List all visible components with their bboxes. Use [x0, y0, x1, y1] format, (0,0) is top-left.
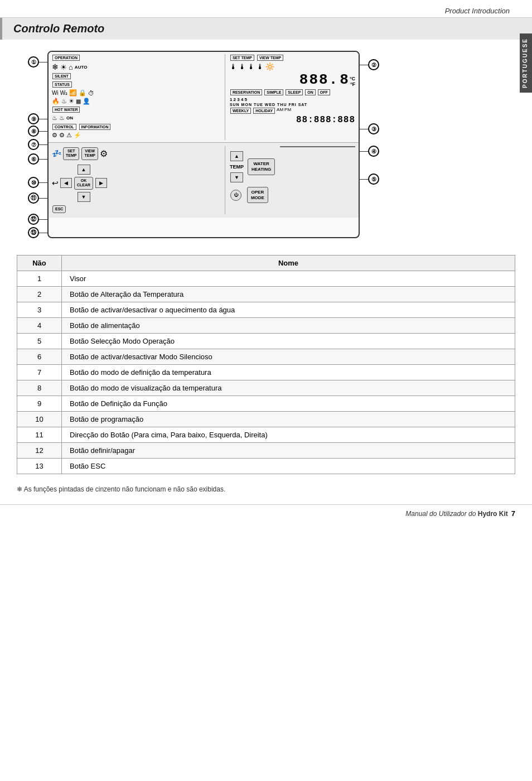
indicator-line: [280, 146, 355, 147]
on-label: ON: [66, 115, 73, 120]
annot-13: ⑬: [28, 227, 47, 238]
table-row-name: Botão de Alteração da Temperatura: [62, 287, 515, 302]
ok-clear-btn[interactable]: OK CLEAR: [74, 177, 93, 190]
num-badge-3: ③: [368, 123, 379, 134]
table-row-num: 3: [17, 302, 62, 318]
timer-icon: ⏱: [88, 90, 94, 97]
btn-row-3: ESC: [52, 205, 221, 214]
oper-mode-btn[interactable]: OPER MODE: [247, 187, 268, 203]
section-title: Controlo Remoto: [13, 22, 104, 35]
simple-label: SIMPLE: [264, 89, 283, 95]
table-row-name: Botão definir/apagar: [62, 443, 515, 459]
table-row-name: Botão de activar/desactivar o aqueciment…: [62, 302, 515, 318]
annot-9: ⑨: [28, 113, 47, 124]
page-header: Product Introduction: [0, 0, 532, 18]
temp-down-btn[interactable]: ▼: [230, 172, 243, 182]
settings2-icon: ⚙: [59, 132, 65, 139]
sun-icon: ☀: [60, 63, 67, 71]
left-annotations: ① ⑨ ⑧ ⑦ ⑥: [17, 51, 47, 238]
num-badge-9: ⑨: [28, 113, 39, 124]
table-row-name: Botão de programação: [62, 412, 515, 427]
hotwater1-icon: ♨: [52, 114, 57, 122]
btn-row-2: ↩ ▲ ◀ OK CLEAR ▶ ▼: [52, 164, 221, 203]
alert-icon: ⚡: [74, 132, 81, 139]
temp-icons: 🌡 🌡 🌡 🌡 🔆: [230, 62, 355, 71]
num-badge-10: ⑩: [28, 177, 39, 188]
set-temp-label: SET TEMP: [230, 55, 254, 61]
water-heating-row: ▲ TEMP ▼ WATER HEATING: [230, 151, 355, 183]
table-row-num: 9: [17, 396, 62, 412]
table-row-name: Botão do modo de visualização da tempera…: [62, 380, 515, 396]
control-icons: ⚙ ⚙ ⚠ ⚡: [52, 132, 221, 139]
sleep-icon: 💤: [52, 149, 61, 158]
num-badge-1: ①: [28, 56, 39, 68]
annot-7: ⑦: [28, 139, 47, 150]
table-row-num: 5: [17, 334, 62, 349]
down-btn[interactable]: ▼: [78, 192, 90, 202]
lock-icon: 🔒: [79, 89, 86, 97]
annot-12: ⑫: [28, 214, 47, 225]
right-btn[interactable]: ▶: [95, 178, 107, 188]
temp2-icon: 🌡: [239, 62, 246, 71]
table-row-num: 12: [17, 443, 62, 459]
temp1-icon: 🌡: [230, 62, 237, 71]
up-btn[interactable]: ▲: [78, 165, 90, 175]
num-badge-5: ⑤: [368, 173, 379, 185]
temp4-icon: 🌡: [257, 62, 264, 71]
remote-control-drawing: OPERATION ❄ ☀ ⌂ AUTO SILENT S: [47, 51, 360, 238]
status-label: STATUS: [52, 81, 72, 88]
grid-icon: ▦: [76, 98, 81, 104]
am-label: AM: [277, 107, 283, 114]
table-row-name: Botão ESC: [62, 459, 515, 474]
person-icon: 👤: [83, 98, 90, 105]
left-btn[interactable]: ◀: [60, 178, 72, 188]
table-header-name: Nome: [62, 255, 515, 271]
power-btn[interactable]: ⏻: [230, 190, 241, 201]
snowflake-icon: ❄: [52, 62, 59, 71]
annot-11: ⑪: [28, 192, 47, 204]
num-badge-6: ⑥: [28, 153, 39, 165]
lcd-decimal: 8: [340, 73, 349, 87]
annot-6: ⑥: [28, 153, 47, 165]
table-row-num: 13: [17, 459, 62, 474]
status-icons-row: Wi W₂ 📶 🔒 ⏱: [52, 89, 221, 97]
esc-btn[interactable]: ESC: [52, 205, 66, 213]
days-row: SUN MON TUE WED THU FRI SAT: [230, 103, 355, 107]
gear-btn-icon[interactable]: ⚙: [100, 148, 108, 159]
page-number: 7: [511, 509, 515, 518]
antenna-icon: 📶: [69, 89, 77, 97]
information-label: INFORMATION: [79, 124, 111, 130]
table-row-num: 6: [17, 349, 62, 365]
annot-5: ⑤: [360, 173, 379, 185]
wifi1-icon: Wi: [52, 90, 59, 96]
temp-up-btn[interactable]: ▲: [230, 151, 243, 161]
heater-icon: ♨: [61, 98, 67, 105]
right-annotations: ② ③ ④ ⑤: [360, 51, 388, 238]
num-badge-7: ⑦: [28, 139, 39, 150]
num-badge-8: ⑧: [28, 126, 39, 137]
unit-f: °F: [350, 81, 355, 87]
sun2-icon: ☀: [69, 98, 74, 105]
annot-8: ⑧: [28, 126, 47, 137]
table-row-num: 7: [17, 365, 62, 380]
hotwater2-icon: ♨: [59, 114, 65, 122]
pm-label: PM: [284, 107, 291, 114]
water-heating-btn[interactable]: WATER HEATING: [248, 158, 275, 175]
num-badge-4: ④: [368, 146, 379, 157]
table-row-num: 1: [17, 271, 62, 287]
hot-water-label: HOT WATER: [52, 107, 80, 113]
view-temp-btn[interactable]: VIEW TEMP: [81, 147, 98, 160]
hot-water-icons: ♨ ♨ ON: [52, 114, 221, 122]
lcd-main: 888.: [299, 73, 338, 87]
table-row-name: Botão de activar/desactivar Modo Silenci…: [62, 349, 515, 365]
settings1-icon: ⚙: [52, 132, 57, 139]
table-row-num: 2: [17, 287, 62, 302]
auto-label: AUTO: [75, 65, 88, 70]
unit-c: °C: [350, 76, 355, 81]
num-badge-11: ⑪: [28, 192, 39, 204]
table-row-name: Direcção do Botão (Para cima, Para baixo…: [62, 427, 515, 443]
sleep-label: SLEEP: [286, 89, 303, 95]
buttons-area: 💤 SET TEMP VIEW TEMP ⚙ ↩ ▲ ◀: [49, 143, 359, 218]
set-temp-btn[interactable]: SET TEMP: [63, 147, 79, 160]
main-content: ① ⑨ ⑧ ⑦ ⑥: [0, 45, 532, 493]
